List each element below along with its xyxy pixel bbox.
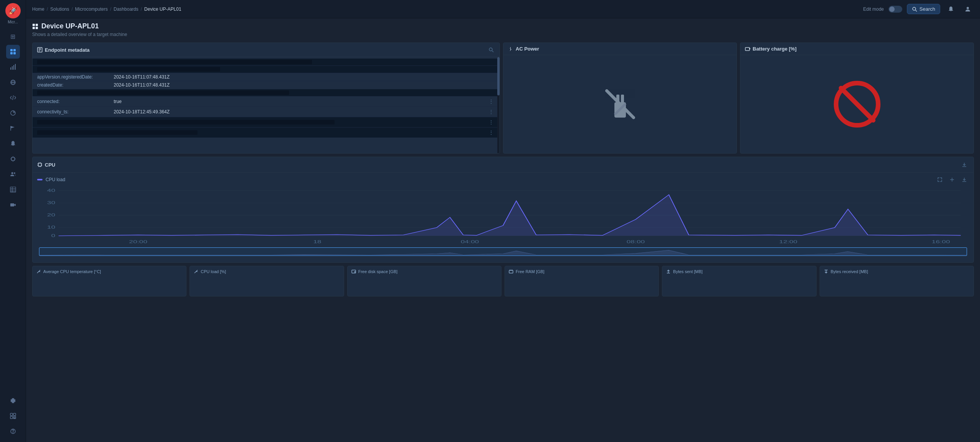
- scrollbar-thumb[interactable]: [497, 57, 500, 95]
- user-icon: [965, 6, 971, 12]
- sidebar-item-flag[interactable]: [6, 121, 20, 135]
- svg-rect-3: [13, 52, 16, 54]
- metric-free-disk-title: Free disk space [GB]: [351, 269, 497, 274]
- metric-free-ram: Free RAM [GB]: [505, 266, 659, 296]
- metadata-row-redacted-5: ⋮: [33, 128, 500, 138]
- sidebar-item-bell[interactable]: [6, 137, 20, 151]
- svg-text:10: 10: [47, 225, 55, 230]
- bottom-metric-panels: Average CPU temperature [°C] CPU load [%…: [32, 266, 974, 296]
- metric-avg-cpu-temp-title: Average CPU temperature [°C]: [36, 269, 182, 274]
- svg-rect-37: [33, 27, 35, 29]
- sidebar-item-globe[interactable]: [6, 75, 20, 89]
- cpu-download-btn[interactable]: [960, 160, 969, 169]
- redacted-bar: [37, 90, 289, 95]
- metadata-menu-redacted-4[interactable]: ⋮: [487, 118, 495, 126]
- redacted-bar: [37, 60, 312, 64]
- sidebar-item-code[interactable]: [6, 91, 20, 105]
- scrollbar-track[interactable]: [497, 57, 500, 153]
- svg-text:18: 18: [313, 239, 321, 244]
- cpu-expand-btn[interactable]: [935, 175, 944, 184]
- bytes-sent-label: Bytes sent [MB]: [673, 269, 702, 274]
- svg-rect-47: [621, 95, 624, 104]
- svg-text:0: 0: [51, 233, 56, 238]
- bell-icon: [948, 6, 954, 12]
- breadcrumb-home[interactable]: Home: [32, 7, 44, 12]
- sidebar-item-home[interactable]: ⊞: [6, 29, 20, 43]
- cpu-load-label: CPU load [%]: [201, 269, 226, 274]
- metadata-row-redacted-1: [33, 59, 500, 66]
- svg-rect-0: [10, 49, 13, 51]
- breadcrumb-solutions[interactable]: Solutions: [50, 7, 69, 12]
- cpu-split-btn[interactable]: [947, 175, 957, 184]
- endpoint-metadata-search-btn[interactable]: [487, 46, 495, 54]
- svg-text:20:00: 20:00: [129, 239, 147, 244]
- topbar-actions: Edit mode Search: [863, 3, 974, 15]
- metric-bytes-received-title: Bytes received [MB]: [824, 269, 970, 274]
- sidebar-item-table[interactable]: [6, 183, 20, 196]
- sidebar-item-settings[interactable]: [6, 394, 20, 408]
- no-battery-icon: [830, 77, 884, 131]
- svg-text:40: 40: [47, 188, 55, 193]
- metadata-menu-redacted-5[interactable]: ⋮: [487, 129, 495, 136]
- metadata-value-appversion: 2024-10-16T11:07:48.431Z: [114, 74, 495, 80]
- sidebar-item-extensions[interactable]: [6, 409, 20, 423]
- ac-power-icon: [508, 46, 513, 52]
- metadata-value-createddate: 2024-10-16T11:07:48.431Z: [114, 82, 495, 88]
- battery-charge-title-text: Battery charge [%]: [753, 46, 797, 52]
- sidebar-item-analytics[interactable]: [6, 106, 20, 120]
- svg-point-88: [354, 272, 355, 272]
- page-subtitle: Shows a detailed overview of a target ma…: [32, 32, 974, 37]
- metadata-menu-connected[interactable]: ⋮: [487, 98, 495, 105]
- breadcrumb-dashboards[interactable]: Dashboards: [114, 7, 139, 12]
- sidebar-item-puzzle[interactable]: [6, 152, 20, 166]
- svg-rect-38: [36, 27, 38, 29]
- user-avatar[interactable]: [962, 3, 974, 15]
- redacted-bar: [37, 120, 335, 124]
- no-power-icon: [597, 81, 643, 127]
- metadata-row-connectivity-ts: connectivity_ts: 2024-10-18T12:45:49.364…: [33, 107, 500, 117]
- cpu-minimap[interactable]: [39, 247, 967, 256]
- metadata-menu-connectivity-ts[interactable]: ⋮: [487, 108, 495, 116]
- app-name: Micr...: [6, 20, 20, 24]
- cpu-load-legend-label: CPU load: [46, 177, 65, 182]
- breadcrumb-sep-3: /: [110, 7, 111, 12]
- metadata-row-redacted-4: ⋮: [33, 117, 500, 128]
- cpu-chart-svg: 40 30 20 10 0 20:00 18 04:00 08:00 12:00…: [39, 187, 967, 244]
- notifications-button[interactable]: [945, 3, 957, 15]
- breadcrumb-microcomputers[interactable]: Microcomputers: [75, 7, 108, 12]
- free-ram-icon: [509, 269, 513, 274]
- svg-point-15: [11, 172, 13, 174]
- ac-power-title-text: AC Power: [516, 46, 539, 52]
- sidebar-item-signal[interactable]: [6, 60, 20, 74]
- free-disk-icon: [351, 269, 356, 274]
- ac-power-title: AC Power: [508, 46, 539, 52]
- top-row-panels: Endpoint metadata: [32, 43, 974, 154]
- free-ram-label: Free RAM [GB]: [516, 269, 544, 274]
- edit-mode-toggle[interactable]: [889, 6, 902, 13]
- bytes-sent-icon: [666, 269, 671, 274]
- svg-rect-24: [10, 413, 13, 416]
- endpoint-metadata-title: Endpoint metadata: [37, 47, 90, 53]
- battery-charge-body: [740, 55, 973, 153]
- app-logo[interactable]: 🚀: [5, 3, 21, 18]
- search-button[interactable]: Search: [907, 4, 940, 14]
- cpu-legend: CPU load: [33, 173, 973, 187]
- sidebar-item-help[interactable]: [6, 424, 20, 438]
- cpu-load-legend-color: [37, 179, 42, 180]
- sidebar-item-video[interactable]: [6, 198, 20, 212]
- sidebar-item-grid[interactable]: [6, 45, 20, 59]
- sidebar-item-users[interactable]: [6, 167, 20, 181]
- minimap-selection[interactable]: [39, 247, 967, 256]
- svg-rect-6: [13, 65, 14, 70]
- breadcrumb-sep-4: /: [141, 7, 142, 12]
- svg-rect-35: [33, 24, 35, 26]
- metric-cpu-load: CPU load [%]: [189, 266, 344, 296]
- svg-rect-36: [36, 24, 38, 26]
- svg-rect-50: [745, 47, 750, 51]
- svg-text:04:00: 04:00: [461, 239, 479, 244]
- metric-bytes-sent-title: Bytes sent [MB]: [666, 269, 812, 274]
- cpu-download2-btn[interactable]: [960, 175, 969, 184]
- svg-rect-25: [13, 413, 16, 416]
- cpu-header: CPU: [33, 157, 973, 173]
- endpoint-metadata-header: Endpoint metadata: [33, 43, 500, 57]
